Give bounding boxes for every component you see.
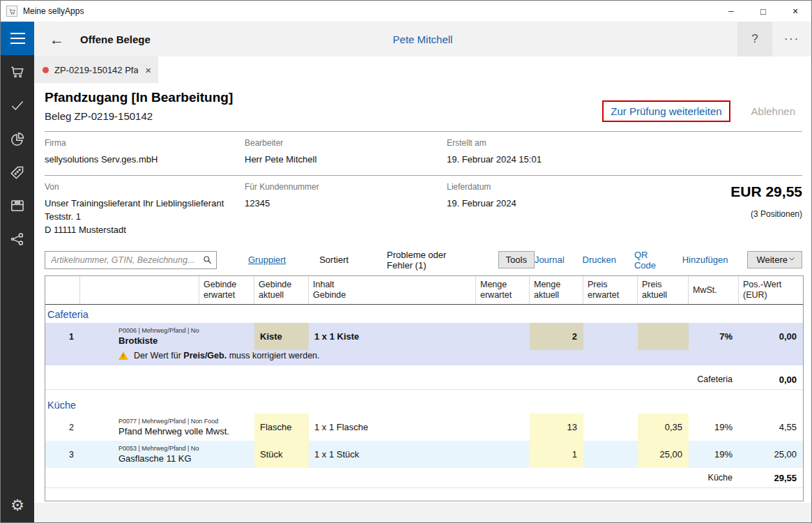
document-tab[interactable]: ZP-0219-150142 Pfa... × bbox=[34, 56, 158, 83]
mwst-cell: 7% bbox=[689, 323, 739, 350]
gear-icon[interactable]: ⚙ bbox=[1, 489, 34, 522]
filter-sortiert[interactable]: Sortiert bbox=[319, 255, 348, 265]
field-label: Für Kundennummer bbox=[245, 182, 447, 192]
field-value: Herr Pete Mitchell bbox=[245, 153, 447, 167]
app-header: ← Offene Belege Pete Mitchell ? ··· bbox=[34, 22, 811, 56]
col-header-preis-aktuell: Preis aktuell bbox=[638, 276, 689, 304]
col-header-gebinde-aktuell: Gebinde aktuell bbox=[254, 276, 309, 304]
footer-strip bbox=[34, 503, 811, 522]
group-header-kueche: Küche bbox=[45, 395, 803, 414]
unsaved-dot-icon bbox=[43, 67, 49, 73]
preis-aktuell-cell[interactable]: 0,35 bbox=[638, 414, 689, 441]
chevron-down-icon bbox=[788, 255, 796, 265]
journal-link[interactable]: Journal bbox=[535, 255, 565, 265]
positions-toolbar: Gruppiert Sortiert Probleme oder Fehler … bbox=[45, 250, 802, 269]
user-name-link[interactable]: Pete Mitchell bbox=[34, 33, 811, 45]
von-line: Unser Trainingslieferant Ihr Lieblingsli… bbox=[45, 197, 245, 211]
search-input[interactable] bbox=[45, 251, 217, 269]
preis-aktuell-cell[interactable] bbox=[638, 323, 689, 350]
article-cell: P0053 | Mehrweg/Pfand | Non Food Gasflas… bbox=[80, 441, 199, 468]
tag-icon[interactable] bbox=[1, 156, 34, 189]
field-value: 12345 bbox=[245, 197, 447, 211]
row-warning: Der Wert für Preis/Geb. muss korrigiert … bbox=[45, 350, 803, 365]
checkmark-icon[interactable] bbox=[1, 89, 34, 122]
spacer bbox=[45, 390, 803, 395]
app-logo-icon bbox=[6, 6, 17, 17]
reject-button[interactable]: Ablehnen bbox=[751, 105, 795, 117]
document-content: Pfandzugang [In Bearbeitung] Beleg ZP-02… bbox=[34, 83, 811, 503]
gebinde-aktuell-cell[interactable]: Flasche bbox=[254, 414, 309, 441]
gebinde-erwartet-cell bbox=[199, 441, 254, 468]
window-title: Meine sellyApps bbox=[23, 6, 84, 16]
inhalt-gebinde-cell: 1 x 1 Stück bbox=[309, 441, 476, 468]
field-kundennummer: Für Kundennummer 12345 bbox=[245, 182, 447, 237]
subtotal-value: 0,00 bbox=[739, 374, 803, 385]
von-line: D 11111 Musterstadt bbox=[45, 224, 245, 237]
article-name: Gasflasche 11 KG bbox=[118, 453, 197, 464]
hamburger-menu-icon[interactable] bbox=[1, 22, 34, 55]
pos-wert-cell: 25,00 bbox=[739, 441, 803, 468]
pos-wert-cell: 0,00 bbox=[739, 323, 803, 350]
gebinde-aktuell-cell[interactable]: Kiste bbox=[254, 323, 309, 350]
col-header-gebinde-erwartet: Gebinde erwartet bbox=[199, 276, 254, 304]
hinzufuegen-link[interactable]: Hinzufügen bbox=[682, 255, 728, 265]
col-header-preis-erwartet: Preis erwartet bbox=[583, 276, 638, 304]
menge-aktuell-cell[interactable]: 1 bbox=[530, 441, 583, 468]
field-von: Von Unser Trainingslieferant Ihr Lieblin… bbox=[45, 182, 245, 237]
article-cell: P0006 | Mehrweg/Pfand | Non Food Brotkis… bbox=[80, 323, 199, 350]
search-icon bbox=[202, 255, 213, 268]
col-header-menge-erwartet: Menge erwartet bbox=[476, 276, 530, 304]
field-value: sellysolutions Serv.ges.mbH bbox=[45, 153, 245, 167]
field-label: Bearbeiter bbox=[245, 138, 447, 148]
field-erstellt-am: Erstellt am 19. Februar 2024 15:01 bbox=[447, 138, 802, 167]
shopping-cart-icon[interactable] bbox=[1, 55, 34, 89]
drucken-link[interactable]: Drucken bbox=[583, 255, 616, 265]
pos-wert-cell: 4,55 bbox=[739, 414, 803, 441]
pie-chart-icon[interactable] bbox=[1, 122, 34, 156]
tab-close-icon[interactable]: × bbox=[138, 64, 151, 76]
col-header-pos-wert: Pos.-Wert (EUR) bbox=[739, 276, 803, 304]
sidebar-spacer bbox=[1, 256, 34, 489]
group-subtotal-kueche: Küche 29,55 bbox=[45, 468, 803, 488]
group-header-cafeteria: Cafeteria bbox=[45, 305, 803, 323]
table-row[interactable]: 3 P0053 | Mehrweg/Pfand | Non Food Gasfl… bbox=[45, 441, 803, 468]
col-header bbox=[45, 276, 80, 304]
menge-aktuell-cell[interactable]: 13 bbox=[530, 414, 583, 441]
inhalt-gebinde-cell: 1 x 1 Kiste bbox=[309, 323, 476, 350]
share-icon[interactable] bbox=[1, 222, 34, 256]
mwst-cell: 19% bbox=[689, 441, 739, 468]
field-lieferdatum: Lieferdatum 19. Februar 2024 bbox=[447, 182, 614, 237]
more-options-icon[interactable]: ··· bbox=[772, 22, 811, 56]
table-row[interactable]: 1 P0006 | Mehrweg/Pfand | Non Food Brotk… bbox=[45, 323, 803, 350]
window-titlebar: Meine sellyApps ─ □ × bbox=[1, 1, 811, 22]
field-label: Erstellt am bbox=[447, 138, 802, 148]
field-label: Firma bbox=[45, 138, 245, 148]
article-code: P0006 | Mehrweg/Pfand | Non Food bbox=[118, 327, 197, 334]
preis-erwartet-cell bbox=[583, 441, 638, 468]
table-header-row: Gebinde erwartet Gebinde aktuell Inhalt … bbox=[45, 276, 803, 305]
book-icon[interactable] bbox=[1, 189, 34, 222]
preis-aktuell-cell[interactable]: 25,00 bbox=[638, 441, 689, 468]
back-arrow-icon[interactable]: ← bbox=[49, 32, 64, 47]
help-icon[interactable]: ? bbox=[737, 22, 772, 56]
preis-erwartet-cell bbox=[583, 323, 638, 350]
gebinde-aktuell-cell[interactable]: Stück bbox=[254, 441, 309, 468]
close-button[interactable]: × bbox=[779, 1, 811, 22]
menge-erwartet-cell bbox=[476, 323, 530, 350]
forward-for-review-button[interactable]: Zur Prüfung weiterleiten bbox=[602, 100, 730, 122]
minimize-button[interactable]: ─ bbox=[715, 1, 747, 22]
filter-probleme-oder-fehler[interactable]: Probleme oder Fehler (1) bbox=[387, 250, 466, 271]
qr-code-link[interactable]: QR Code bbox=[634, 250, 664, 271]
positions-table: Gebinde erwartet Gebinde aktuell Inhalt … bbox=[45, 275, 804, 501]
menge-aktuell-cell[interactable]: 2 bbox=[530, 323, 583, 350]
row-number: 1 bbox=[45, 323, 80, 350]
maximize-button[interactable]: □ bbox=[747, 1, 779, 22]
table-row[interactable]: 2 P0077 | Mehrweg/Pfand | Non Food Pfand… bbox=[45, 414, 803, 441]
field-bearbeiter: Bearbeiter Herr Pete Mitchell bbox=[245, 138, 447, 167]
filter-gruppiert[interactable]: Gruppiert bbox=[248, 255, 286, 265]
tools-button[interactable]: Tools bbox=[498, 251, 535, 268]
col-header-inhalt-gebinde: Inhalt Gebinde bbox=[309, 276, 476, 304]
field-value: Unser Trainingslieferant Ihr Lieblingsli… bbox=[45, 197, 245, 237]
weitere-dropdown[interactable]: Weitere bbox=[747, 251, 802, 268]
document-number: Beleg ZP-0219-150142 bbox=[45, 110, 233, 122]
